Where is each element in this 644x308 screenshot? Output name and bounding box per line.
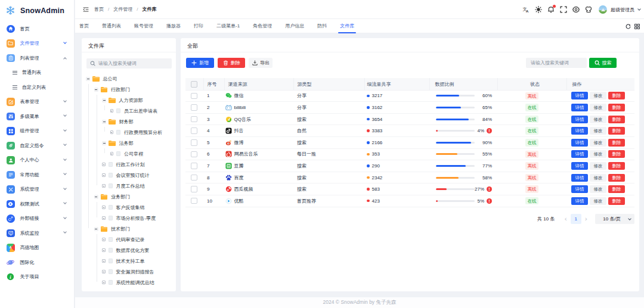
svg-text:A: A xyxy=(526,10,529,13)
svg-text:A: A xyxy=(10,246,12,250)
